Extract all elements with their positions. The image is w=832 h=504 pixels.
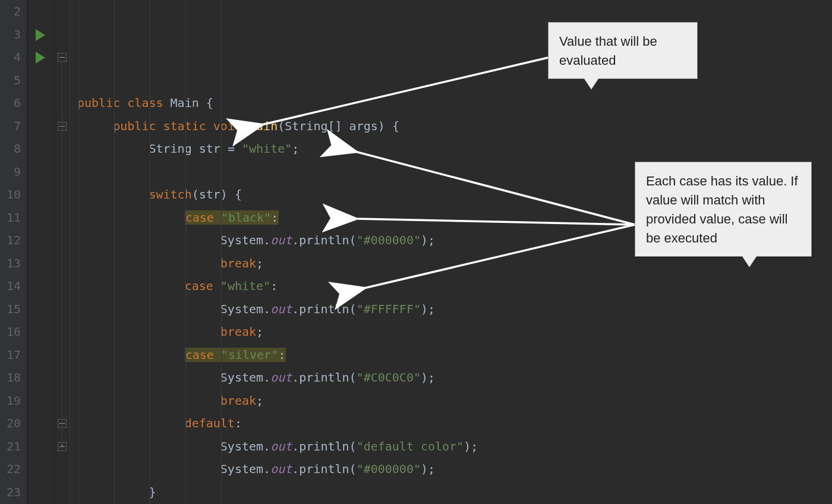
- line-number: 11: [0, 206, 27, 229]
- line-number: 17: [0, 344, 27, 367]
- line-number: 14: [0, 275, 27, 298]
- line-number: 3: [0, 23, 27, 46]
- callout-value-evaluated: Value that will be evaluated: [548, 22, 698, 79]
- line-number: 7: [0, 115, 27, 138]
- line-number: 13: [0, 252, 27, 275]
- run-gutter-icon[interactable]: [36, 52, 45, 64]
- code-line[interactable]: System.out.println("#FFFFFF");: [77, 298, 832, 321]
- line-number: 8: [0, 137, 27, 160]
- line-number: 9: [0, 160, 27, 184]
- code-line[interactable]: public class Main {: [77, 92, 832, 115]
- code-line[interactable]: System.out.println("#C0C0C0");: [77, 366, 832, 389]
- line-number: 18: [0, 366, 27, 389]
- line-number: 15: [0, 298, 27, 321]
- line-number: 10: [0, 183, 27, 206]
- line-number: 22: [0, 458, 27, 481]
- line-number: 21: [0, 435, 27, 458]
- line-number: 12: [0, 229, 27, 252]
- run-marker-column: [27, 0, 55, 504]
- code-line[interactable]: System.out.println("#000000");: [77, 458, 832, 481]
- line-number: 2: [0, 0, 27, 23]
- code-line[interactable]: [77, 69, 832, 92]
- fold-marker-column: [55, 0, 70, 504]
- line-number: 4: [0, 46, 27, 69]
- fold-toggle-icon[interactable]: [58, 442, 67, 451]
- line-number: 19: [0, 389, 27, 412]
- code-line[interactable]: String str = "white";: [77, 137, 832, 160]
- fold-toggle-icon[interactable]: [58, 53, 67, 62]
- callout-case-match: Each case has its value. If value will m…: [635, 162, 812, 257]
- code-line[interactable]: public static void main(String[] args) {: [77, 115, 832, 138]
- code-line[interactable]: default:: [77, 412, 832, 435]
- line-number-gutter: 234567891011121314151617181920212223: [0, 0, 27, 504]
- code-line[interactable]: break;: [77, 389, 832, 412]
- run-gutter-icon[interactable]: [36, 29, 45, 41]
- code-line[interactable]: System.out.println("default color");: [77, 435, 832, 458]
- line-number: 5: [0, 69, 27, 92]
- callout-text: Each case has its value. If value will m…: [646, 174, 798, 245]
- code-line[interactable]: case "silver":: [77, 344, 832, 367]
- line-number: 16: [0, 320, 27, 344]
- callout-text: Value that will be evaluated: [559, 34, 657, 68]
- line-number: 23: [0, 481, 27, 504]
- line-number: 6: [0, 92, 27, 115]
- code-line[interactable]: case "white":: [77, 275, 832, 298]
- code-line[interactable]: }: [77, 481, 832, 504]
- code-line[interactable]: break;: [77, 320, 832, 344]
- line-number: 20: [0, 412, 27, 435]
